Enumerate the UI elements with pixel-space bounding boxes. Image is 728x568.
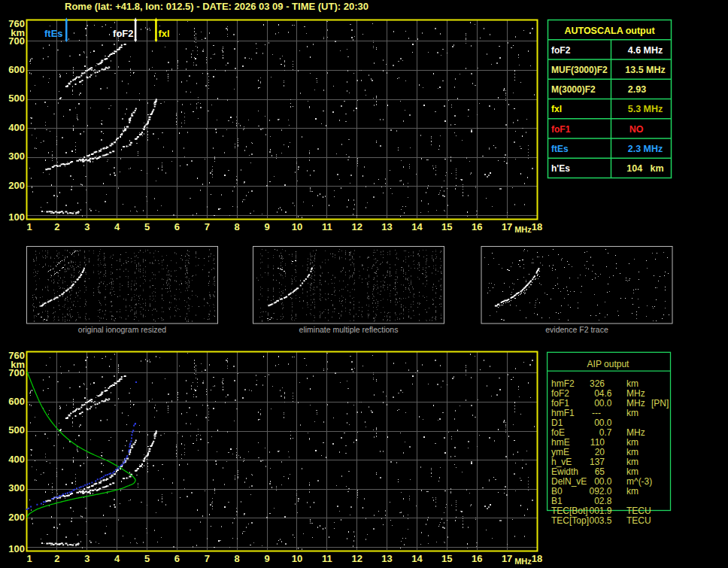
svg-text:00.0: 00.0 [594,476,612,487]
svg-text:MHz: MHz [626,427,645,438]
svg-text:km: km [626,486,639,497]
svg-text:B1: B1 [551,496,563,506]
svg-text:110: 110 [590,437,605,448]
svg-text:ftEs: ftEs [44,28,63,39]
svg-text:00.0: 00.0 [594,398,612,409]
svg-text:km: km [626,457,639,467]
svg-text:104 km: 104 km [626,163,663,174]
svg-text:MUF(3000)F2: MUF(3000)F2 [551,65,608,75]
svg-text:001.9: 001.9 [589,506,611,516]
svg-text:0.7: 0.7 [599,427,612,438]
svg-text:original ionogram resized: original ionogram resized [78,325,166,334]
svg-text:foF2: foF2 [113,28,133,39]
svg-text:h_vE: h_vE [551,457,572,467]
svg-text:foF1: foF1 [551,398,569,409]
svg-text:NO: NO [629,124,644,135]
svg-text:2.3 MHz: 2.3 MHz [628,144,663,154]
svg-text:20: 20 [595,447,605,457]
svg-text:D1: D1 [551,418,563,428]
svg-text:MHz: MHz [626,398,645,409]
svg-text:DelN_vE: DelN_vE [551,476,587,487]
svg-text:fxl: fxl [551,104,562,114]
svg-text:evidence F2 trace: evidence F2 trace [545,325,608,334]
svg-text:foF1: foF1 [551,124,571,135]
svg-text:---: --- [592,408,601,418]
svg-text:04.6: 04.6 [594,388,612,399]
svg-text:MHz: MHz [626,388,645,399]
svg-text:m^(-3): m^(-3) [626,476,652,487]
svg-text:13.5 MHz: 13.5 MHz [625,65,666,75]
svg-text:2.93: 2.93 [628,84,646,95]
svg-text:km: km [626,437,639,448]
svg-text:eliminate multiple reflections: eliminate multiple reflections [299,325,399,334]
svg-text:326: 326 [590,378,605,389]
svg-text:h'Es: h'Es [551,163,570,174]
svg-text:hmF1: hmF1 [551,408,575,418]
svg-text:AUTOSCALA output: AUTOSCALA output [564,26,655,36]
svg-text:TECU: TECU [626,506,651,516]
svg-text:TEC[Top]: TEC[Top] [551,515,589,526]
svg-text:137: 137 [590,457,605,467]
svg-text:092.0: 092.0 [589,486,611,497]
svg-text:65: 65 [595,466,605,477]
svg-text:4.6 MHz: 4.6 MHz [628,45,663,56]
svg-text:fxl: fxl [159,28,170,39]
svg-text:km: km [626,447,639,457]
svg-text:Rome (lat: +41.8, lon: 012.5): Rome (lat: +41.8, lon: 012.5) - DATE: 20… [65,1,369,12]
svg-text:hmF2: hmF2 [551,378,575,389]
svg-text:Ewidth: Ewidth [551,466,578,477]
svg-text:02.8: 02.8 [594,496,612,506]
svg-text:[PN]: [PN] [651,398,669,409]
svg-text:5.3 MHz: 5.3 MHz [628,104,663,114]
svg-text:ymE: ymE [551,447,569,457]
svg-text:km: km [626,408,639,418]
svg-text:00.0: 00.0 [594,418,612,428]
svg-text:B0: B0 [551,486,563,497]
svg-text:AIP output: AIP output [587,359,629,369]
svg-text:km: km [626,466,639,477]
svg-text:ftEs: ftEs [551,144,569,154]
svg-text:003.5: 003.5 [589,515,611,526]
svg-text:foF2: foF2 [551,388,569,399]
svg-text:km: km [626,378,639,389]
svg-text:TEC[Bot]: TEC[Bot] [551,506,588,516]
svg-text:foE: foE [551,427,565,438]
svg-text:M(3000)F2: M(3000)F2 [551,84,596,95]
svg-text:hmE: hmE [551,437,570,448]
svg-text:foF2: foF2 [551,45,571,56]
svg-text:TECU: TECU [626,515,651,526]
